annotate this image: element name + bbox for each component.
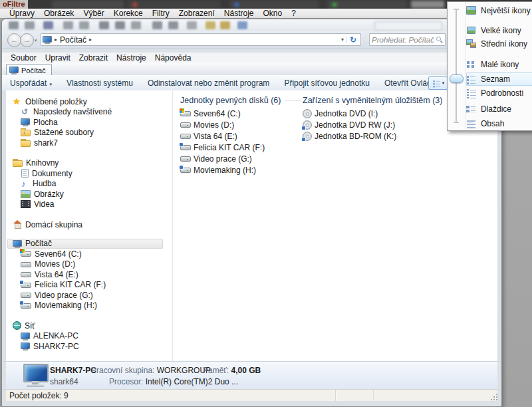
resize-grip[interactable] bbox=[491, 394, 498, 401]
blurred-taskbar-item[interactable] bbox=[229, 1, 319, 8]
menu-obrazek[interactable]: Obrázek bbox=[44, 9, 74, 18]
sidebar-item-music[interactable]: Hudba bbox=[7, 179, 171, 190]
sidebar-item-shark7-pc[interactable]: SHARK7-PC bbox=[7, 341, 171, 352]
sidebar-item-favorites[interactable]: Oblíbené položky bbox=[7, 96, 171, 107]
details-pane: SHARK7-PC shark64 Pracovní skupina: WORK… bbox=[2, 361, 501, 389]
menu-item-small-icons[interactable]: Malé ikony bbox=[466, 58, 532, 71]
blurred-taskbar-item[interactable] bbox=[128, 1, 221, 8]
sidebar-item-shark7[interactable]: shark7 bbox=[7, 138, 171, 148]
dvd-drive-icon bbox=[303, 109, 312, 118]
sidebar-item-desktop[interactable]: Plocha bbox=[7, 117, 171, 128]
sidebar-item-drive-e[interactable]: Vista 64 (E:) bbox=[7, 269, 171, 280]
sidebar-item-network[interactable]: Síť bbox=[7, 321, 171, 331]
menu-upravy[interactable]: Úpravy bbox=[9, 9, 35, 18]
organize-button[interactable]: Uspořádat▾ bbox=[10, 78, 52, 88]
system-drive-icon bbox=[21, 250, 31, 257]
group-header[interactable]: Jednotky pevných disků (6) bbox=[180, 95, 301, 106]
blurred-taskbar-item[interactable] bbox=[411, 1, 444, 8]
menu-item-list[interactable]: Seznam bbox=[466, 72, 532, 86]
menu-filtry[interactable]: Filtry bbox=[152, 9, 170, 18]
uninstall-program-button[interactable]: Odinstalovat nebo změnit program bbox=[148, 78, 269, 88]
blurred-taskbar-item[interactable] bbox=[52, 1, 124, 8]
details-workgroup: Pracovní skupina: WORKGROUP bbox=[91, 366, 211, 375]
search-input[interactable] bbox=[370, 36, 436, 44]
menu-korekce[interactable]: Korekce bbox=[114, 9, 143, 18]
details-user-name: shark64 bbox=[50, 377, 78, 386]
drive-item-f[interactable]: Felicia KIT CAR (F:) bbox=[180, 142, 301, 153]
sidebar-item-alenka-pc[interactable]: ALENKA-PC bbox=[7, 331, 171, 342]
search-icon bbox=[436, 36, 444, 44]
menu-help[interactable]: ? bbox=[291, 9, 296, 18]
menu-item-extra-large-icons[interactable]: Největší ikony bbox=[466, 4, 532, 17]
map-network-drive-button[interactable]: Připojit síťovou jednotku bbox=[284, 78, 370, 88]
sidebar-item-libraries[interactable]: Knihovny bbox=[7, 158, 171, 169]
breadcrumb-computer[interactable]: Počítač bbox=[60, 35, 86, 45]
drive-item-k[interactable]: Jednotka BD-ROM (K:) bbox=[303, 130, 497, 142]
sidebar-item-computer[interactable]: Počítač bbox=[7, 239, 163, 249]
menu-item-details[interactable]: Podrobnosti bbox=[466, 86, 532, 100]
menu-okno[interactable]: Okno bbox=[263, 9, 282, 18]
search-box[interactable] bbox=[369, 33, 446, 46]
address-dropdown-icon[interactable]: ▾ bbox=[338, 37, 347, 43]
blurred-taskbar-item[interactable] bbox=[327, 1, 407, 8]
pane-separator bbox=[172, 90, 173, 361]
menu-nastroje[interactable]: Nástroje bbox=[224, 9, 254, 18]
drive-item-h[interactable]: Moviemaking (H:) bbox=[180, 164, 301, 176]
menu-item-large-icons[interactable]: Velké ikony bbox=[466, 24, 532, 37]
back-button[interactable]: ← bbox=[7, 33, 21, 47]
drive-item-g[interactable]: Video prace (G:) bbox=[180, 153, 301, 164]
menu-upravit[interactable]: Upravit bbox=[45, 53, 70, 63]
sidebar-item-homegroup[interactable]: Domácí skupina bbox=[7, 219, 171, 230]
chevron-down-icon: ▾ bbox=[442, 80, 445, 86]
red-app-icon bbox=[133, 3, 137, 7]
views-slider-track[interactable] bbox=[456, 9, 457, 123]
system-properties-button[interactable]: Vlastnosti systému bbox=[66, 78, 133, 88]
small-icons-icon bbox=[466, 60, 477, 69]
sidebar-item-pictures[interactable]: Obrázky bbox=[7, 189, 171, 200]
sidebar-item-downloads[interactable]: ↓ Stažené soubory bbox=[7, 128, 171, 138]
menu-zobrazeni[interactable]: Zobrazení bbox=[179, 9, 215, 18]
custom-drive-icon bbox=[180, 144, 191, 151]
sidebar-item-drive-c[interactable]: Seven64 (C:) bbox=[7, 249, 171, 259]
sidebar-item-recent[interactable]: Naposledy navštívené bbox=[7, 107, 171, 118]
forward-button[interactable]: → bbox=[20, 33, 34, 47]
breadcrumb-arrow-icon[interactable]: ▸ bbox=[89, 37, 92, 43]
breadcrumb-box[interactable]: ▸ Počítač ▸ ▾ ↻ bbox=[41, 33, 361, 46]
breadcrumb-arrow-icon[interactable]: ▸ bbox=[55, 37, 57, 43]
sidebar-item-drive-h[interactable]: Moviemaking (H:) bbox=[7, 301, 171, 311]
views-dropdown-menu: Největší ikony Velké ikony Střední ikony… bbox=[447, 1, 532, 131]
hard-drive-icon bbox=[21, 291, 31, 299]
network-pc-icon bbox=[21, 332, 30, 340]
blurred-toolbar-icon bbox=[168, 21, 178, 29]
refresh-icon[interactable]: ↻ bbox=[347, 35, 359, 45]
details-processor: Procesor: Intel(R) Core(TM)2 Duo ... bbox=[109, 377, 238, 386]
menu-zobrazit[interactable]: Zobrazit bbox=[79, 53, 108, 63]
blurred-toolbar-icon bbox=[152, 21, 162, 29]
computer-icon bbox=[43, 35, 52, 44]
sidebar-item-videos[interactable]: Videa bbox=[7, 200, 171, 210]
drive-item-d[interactable]: Movies (D:) bbox=[180, 119, 301, 130]
green-app-icon bbox=[332, 3, 336, 7]
organize-label: Uspořádat bbox=[10, 78, 47, 88]
views-button[interactable]: ▾ bbox=[428, 76, 448, 90]
views-slider-handle[interactable] bbox=[450, 74, 464, 83]
menu-item-content[interactable]: Obsah bbox=[466, 117, 532, 130]
sidebar-item-drive-d[interactable]: Movies (D:) bbox=[7, 259, 171, 270]
menu-napoveda[interactable]: Nápověda bbox=[155, 53, 192, 63]
sidebar-item-drive-f[interactable]: Felicia KIT CAR (F:) bbox=[7, 280, 171, 291]
menu-vyber[interactable]: Výběr bbox=[83, 9, 104, 18]
drive-item-e[interactable]: Vista 64 (E:) bbox=[180, 130, 301, 142]
system-drive-icon bbox=[180, 110, 191, 117]
tab-bar: Počítač bbox=[2, 63, 501, 76]
libraries-icon bbox=[13, 159, 23, 167]
sidebar-item-documents[interactable]: Dokumenty bbox=[7, 168, 171, 179]
history-dropdown-icon[interactable]: ▾ bbox=[35, 38, 37, 43]
menu-item-tiles[interactable]: Dlaždice bbox=[466, 102, 532, 116]
network-icon bbox=[13, 321, 21, 330]
menu-soubor[interactable]: Soubor bbox=[11, 53, 37, 63]
menu-item-medium-icons[interactable]: Střední ikony bbox=[466, 37, 532, 51]
menu-nastroje-ex[interactable]: Nástroje bbox=[116, 53, 146, 63]
sidebar-item-drive-g[interactable]: Video prace (G:) bbox=[7, 290, 171, 301]
drive-item-c[interactable]: Seven64 (C:) bbox=[180, 108, 301, 119]
tab-pocitac[interactable]: Počítač bbox=[6, 64, 52, 76]
